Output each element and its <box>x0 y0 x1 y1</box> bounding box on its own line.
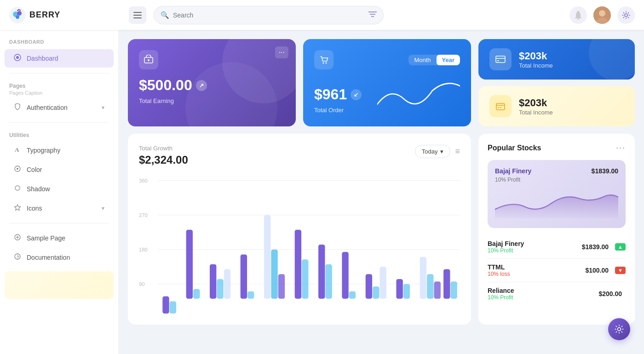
sidebar-item-dashboard-label: Dashboard <box>27 55 58 62</box>
stock-bajaj-price-group: $1839.00 ▲ <box>582 243 626 251</box>
svg-point-13 <box>16 56 19 59</box>
sidebar-item-icons[interactable]: Icons ▾ <box>5 199 114 217</box>
dashboard-icon <box>14 54 21 63</box>
income-blue-icon <box>489 48 512 70</box>
svg-rect-47 <box>210 264 216 299</box>
stock-ttml-change: 10% loss <box>488 271 510 277</box>
svg-point-26 <box>323 63 324 64</box>
sample-page-icon <box>14 234 21 243</box>
toggle-year-button[interactable]: Year <box>437 55 460 65</box>
svg-rect-46 <box>193 289 200 298</box>
stock-bajaj-info: Bajaj Finery 10% Profit <box>488 240 524 254</box>
color-label: Color <box>27 166 42 173</box>
svg-rect-58 <box>325 264 332 299</box>
svg-point-27 <box>326 63 327 64</box>
stocks-title: Popular Stocks <box>488 144 541 152</box>
earning-more-button[interactable]: ··· <box>275 46 288 58</box>
sidebar-item-shadow[interactable]: Shadow <box>5 180 114 198</box>
svg-rect-48 <box>217 279 223 299</box>
card-right-column: $203k Total Income $203k <box>478 39 635 126</box>
order-trend-icon: ↙ <box>351 89 362 100</box>
stock-reliance-price-group: $200.00 <box>598 290 626 297</box>
main-layout: Dashboard Dashboard Pages Pages Caption … <box>0 30 644 354</box>
toggle-month-button[interactable]: Month <box>408 55 436 65</box>
svg-text:A: A <box>15 146 19 153</box>
stock-ttml-price: $100.00 <box>586 267 609 274</box>
sidebar-item-typography[interactable]: A Typography <box>5 141 114 160</box>
documentation-label: Documentation <box>27 254 70 261</box>
bar-chart-area: 360 270 180 90 <box>139 176 460 314</box>
svg-rect-60 <box>349 291 356 299</box>
svg-rect-31 <box>496 103 505 110</box>
sidebar-item-authentication[interactable]: Authentication ▾ <box>5 98 114 117</box>
authentication-icon <box>14 103 21 112</box>
chart-header: Total Growth $2,324.00 Today ▾ ≡ <box>139 145 460 166</box>
featured-stock-profit: 10% Profit <box>495 177 618 183</box>
sidebar: Dashboard Dashboard Pages Pages Caption … <box>0 30 119 354</box>
svg-rect-64 <box>396 279 402 299</box>
search-bar: 🔍 <box>154 6 384 24</box>
svg-point-11 <box>625 14 627 17</box>
chevron-down-icon: ▾ <box>440 148 443 155</box>
svg-rect-43 <box>162 297 169 314</box>
sidebar-item-dashboard[interactable]: Dashboard <box>5 49 114 68</box>
sidebar-bottom-banner <box>5 271 114 299</box>
svg-rect-69 <box>443 269 450 299</box>
card-income-blue: $203k Total Income <box>478 39 635 80</box>
chart-info: Total Growth $2,324.00 <box>139 145 188 166</box>
stocks-header: Popular Stocks ··· <box>488 143 626 153</box>
svg-point-16 <box>17 168 18 170</box>
svg-rect-51 <box>247 291 254 299</box>
avatar[interactable] <box>593 6 611 24</box>
bar-chart-svg: 360 270 180 90 <box>139 176 460 314</box>
stock-ttml-name: TTML <box>488 263 510 271</box>
svg-rect-45 <box>186 230 193 299</box>
earning-trend-icon: ↗ <box>196 80 207 91</box>
svg-point-2 <box>17 11 22 16</box>
logo-text: BERRY <box>29 10 60 20</box>
shadow-icon <box>14 184 21 194</box>
svg-text:360: 360 <box>139 178 148 183</box>
sidebar-item-sample-page[interactable]: Sample Page <box>5 229 114 247</box>
earning-label: Total Earning <box>139 97 285 104</box>
income-blue-label: Total Income <box>519 62 553 69</box>
stock-row-bajaj: Bajaj Finery 10% Profit $1839.00 ▲ <box>488 235 626 259</box>
income-yellow-amount: $203k <box>519 97 553 109</box>
featured-stock: Bajaj Finery $1839.00 10% Profit <box>488 160 626 228</box>
fab-settings-button[interactable] <box>608 318 630 340</box>
svg-point-9 <box>599 10 605 17</box>
stock-list: Bajaj Finery 10% Profit $1839.00 ▲ TTML … <box>488 235 626 305</box>
card-total-order: Month Year $961 ↙ Total Order <box>303 39 471 126</box>
documentation-icon: ? <box>14 253 21 262</box>
stock-reliance-price: $200.00 <box>598 290 622 297</box>
shadow-label: Shadow <box>27 185 50 193</box>
svg-rect-68 <box>434 281 441 299</box>
filter-icon-button[interactable] <box>368 11 377 19</box>
chart-menu-button[interactable]: ≡ <box>455 147 460 156</box>
stock-ttml-badge: ▼ <box>615 267 626 274</box>
svg-rect-53 <box>271 250 277 299</box>
sidebar-item-documentation[interactable]: ? Documentation <box>5 248 114 267</box>
hamburger-button[interactable] <box>129 6 146 24</box>
settings-button[interactable] <box>617 6 635 24</box>
stock-bajaj-name: Bajaj Finery <box>488 240 524 247</box>
search-input[interactable] <box>173 11 365 19</box>
color-icon <box>14 165 21 174</box>
stock-reliance-info: Reliance 10% Profit <box>488 287 514 301</box>
svg-rect-54 <box>278 274 285 299</box>
stocks-more-button[interactable]: ··· <box>616 143 626 153</box>
stock-reliance-change: 10% Profit <box>488 294 514 301</box>
notification-button[interactable] <box>569 6 587 24</box>
featured-stock-name: Bajaj Finery <box>495 167 531 175</box>
svg-rect-30 <box>497 60 499 61</box>
today-filter-button[interactable]: Today ▾ <box>415 145 451 158</box>
sidebar-section-dashboard: Dashboard <box>0 39 118 48</box>
svg-rect-52 <box>264 215 270 299</box>
svg-rect-33 <box>498 107 499 108</box>
icons-chevron-icon: ▾ <box>102 205 104 211</box>
income-yellow-label: Total Income <box>519 109 553 116</box>
svg-rect-70 <box>450 281 457 299</box>
authentication-label: Authentication <box>27 104 68 111</box>
svg-rect-63 <box>380 267 386 299</box>
sidebar-item-color[interactable]: Color <box>5 160 114 179</box>
